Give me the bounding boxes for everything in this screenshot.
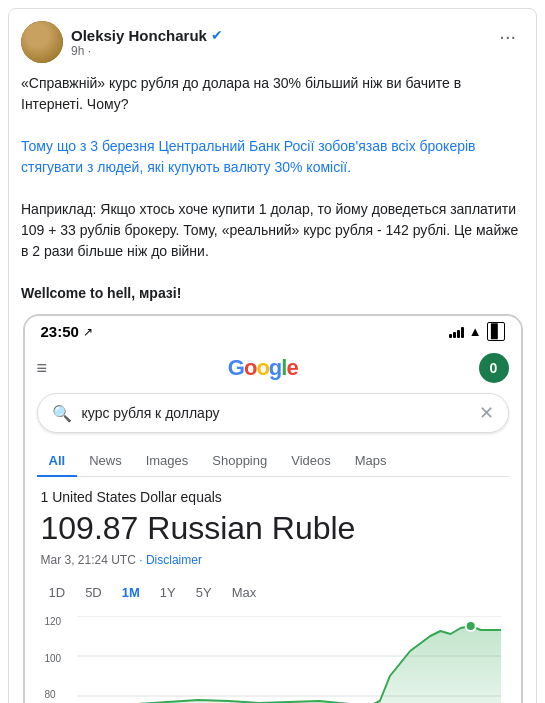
google-search-area: ≡ Google 0 🔍 курс рубля к доллару ✕ All … xyxy=(25,345,521,703)
author-info: Oleksiy Honcharuk ✔ 9h · xyxy=(71,27,223,58)
y-label-80: 80 xyxy=(45,689,75,700)
time-btn-5d[interactable]: 5D xyxy=(77,581,110,604)
search-icon: 🔍 xyxy=(52,404,72,423)
time-range-selector: 1D 5D 1M 1Y 5Y Max xyxy=(41,581,505,604)
post-line-1: «Справжній» курс рубля до долара на 30% … xyxy=(21,73,524,115)
status-bar: 23:50 ↗ ▲ ▋ xyxy=(25,316,521,345)
wifi-icon: ▲ xyxy=(469,324,482,339)
post-line-4: Wellcome to hell, мразі! xyxy=(21,283,524,304)
post-header: Oleksiy Honcharuk ✔ 9h · ··· xyxy=(21,21,524,63)
search-clear-icon[interactable]: ✕ xyxy=(479,402,494,424)
phone-mockup: 23:50 ↗ ▲ ▋ ≡ Google xyxy=(23,314,523,703)
search-tabs: All News Images Shopping Videos Maps xyxy=(37,445,509,477)
tab-all[interactable]: All xyxy=(37,445,78,476)
author-section: Oleksiy Honcharuk ✔ 9h · xyxy=(21,21,223,63)
time-btn-1d[interactable]: 1D xyxy=(41,581,74,604)
google-account-badge[interactable]: 0 xyxy=(479,353,509,383)
more-options-button[interactable]: ··· xyxy=(491,21,524,52)
signal-bars-icon xyxy=(449,326,464,338)
disclaimer-link[interactable]: · Disclaimer xyxy=(139,553,202,567)
post-line-3: Наприклад: Якщо хтось хоче купити 1 дола… xyxy=(21,199,524,262)
tab-shopping[interactable]: Shopping xyxy=(200,445,279,476)
search-query-text: курс рубля к доллару xyxy=(82,405,479,421)
author-name-row: Oleksiy Honcharuk ✔ xyxy=(71,27,223,44)
time-btn-max[interactable]: Max xyxy=(224,581,265,604)
time-btn-5y[interactable]: 5Y xyxy=(188,581,220,604)
y-label-120: 120 xyxy=(45,616,75,627)
exchange-rate-value: 109.87 Russian Ruble xyxy=(41,509,505,547)
tab-news[interactable]: News xyxy=(77,445,134,476)
chart-svg xyxy=(77,616,501,703)
y-label-100: 100 xyxy=(45,653,75,664)
search-bar[interactable]: 🔍 курс рубля к доллару ✕ xyxy=(37,393,509,433)
location-arrow-icon: ↗ xyxy=(83,325,93,339)
hamburger-menu-icon[interactable]: ≡ xyxy=(37,358,48,379)
post-time: 9h · xyxy=(71,44,223,58)
author-name: Oleksiy Honcharuk xyxy=(71,27,207,44)
status-time: 23:50 ↗ xyxy=(41,323,93,340)
tab-videos[interactable]: Videos xyxy=(279,445,343,476)
tab-maps[interactable]: Maps xyxy=(343,445,399,476)
avatar xyxy=(21,21,63,63)
battery-icon: ▋ xyxy=(487,322,505,341)
verified-icon: ✔ xyxy=(211,27,223,43)
post-body: «Справжній» курс рубля до долара на 30% … xyxy=(21,73,524,304)
exchange-date: Mar 3, 21:24 UTC · Disclaimer xyxy=(41,553,505,567)
svg-point-4 xyxy=(465,621,475,631)
tab-images[interactable]: Images xyxy=(134,445,201,476)
exchange-chart: 120 100 80 60 xyxy=(45,616,501,703)
time-btn-1m[interactable]: 1M xyxy=(114,581,148,604)
post-line-2: Тому що з 3 березня Центральний Банк Рос… xyxy=(21,136,524,178)
google-logo: Google xyxy=(228,355,298,381)
exchange-result: 1 United States Dollar equals 109.87 Rus… xyxy=(37,489,509,703)
exchange-subtitle: 1 United States Dollar equals xyxy=(41,489,505,505)
post-card: Oleksiy Honcharuk ✔ 9h · ··· «Справжній»… xyxy=(8,8,537,703)
status-icons: ▲ ▋ xyxy=(449,322,505,341)
time-btn-1y[interactable]: 1Y xyxy=(152,581,184,604)
google-header: ≡ Google 0 xyxy=(37,353,509,383)
